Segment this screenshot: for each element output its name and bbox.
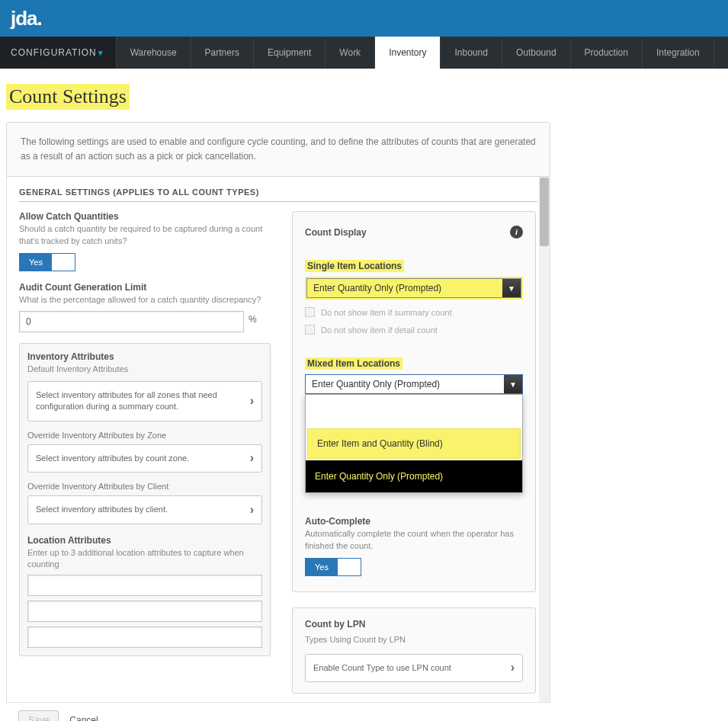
dropdown-option-blank[interactable] <box>306 395 522 427</box>
inv-attr-default-nav[interactable]: Select inventory attributes for all zone… <box>27 381 262 421</box>
tab-integration[interactable]: Integration <box>643 37 714 69</box>
catch-title: Allow Catch Quantities <box>19 211 271 222</box>
cb-summary-row[interactable]: Do not show item if summary count <box>305 307 523 317</box>
cb-detail-row[interactable]: Do not show item if detail count <box>305 325 523 335</box>
page-content: Count Settings The following settings ar… <box>0 69 556 721</box>
lpn-nav[interactable]: Enable Count Type to use LPN count › <box>305 654 523 682</box>
tab-inbound[interactable]: Inbound <box>441 37 502 69</box>
loc-attr-title: Location Attributes <box>27 535 262 546</box>
override-client-text: Select inventory attributes by client. <box>36 505 168 514</box>
tab-inventory[interactable]: Inventory <box>375 37 441 69</box>
count-display-card: Count Display i Single Item Locations En… <box>292 211 536 592</box>
field-allow-catch: Allow Catch Quantities Should a catch qu… <box>19 211 271 271</box>
mixed-item-value: Enter Quantity Only (Prompted) <box>306 375 504 393</box>
mixed-item-dropdown[interactable]: Enter Quantity Only (Prompted) ▼ Enter I… <box>305 374 523 394</box>
toggle-off <box>338 559 361 575</box>
override-client-label: Override Inventory Attributes by Client <box>27 482 262 491</box>
dropdown-option-prompted[interactable]: Enter Quantity Only (Prompted) <box>306 460 522 492</box>
auto-complete-toggle[interactable]: Yes <box>305 558 361 576</box>
field-audit-limit: Audit Count Generation Limit What is the… <box>19 282 271 332</box>
scrollbar[interactable] <box>539 177 550 702</box>
save-button[interactable]: Save <box>18 710 59 721</box>
count-by-lpn-card: Count by LPN Types Using Count by LPN En… <box>292 607 536 694</box>
inv-attr-title: Inventory Attributes <box>27 351 262 362</box>
checkbox-icon <box>305 307 315 317</box>
configuration-label: CONFIGURATION <box>11 47 97 58</box>
configuration-menu[interactable]: CONFIGURATION ▼ <box>0 37 117 69</box>
tab-outbound[interactable]: Outbound <box>502 37 571 69</box>
chevron-right-icon: › <box>250 450 254 466</box>
inv-attr-nav-text: Select inventory attributes for all zone… <box>36 390 217 411</box>
tab-partners[interactable]: Partners <box>191 37 254 69</box>
override-zone-nav[interactable]: Select inventory attributes by count zon… <box>27 444 262 473</box>
single-item-dropdown[interactable]: Enter Quantity Only (Prompted) ▼ <box>305 277 523 300</box>
auto-complete-title: Auto-Complete <box>305 516 523 527</box>
lpn-title: Count by LPN <box>305 619 523 630</box>
toggle-yes: Yes <box>20 254 52 271</box>
footer-buttons: Save Cancel <box>6 703 550 721</box>
loc-attr-input-2[interactable] <box>27 601 262 622</box>
override-client-nav[interactable]: Select inventory attributes by client. › <box>27 495 262 524</box>
inventory-attributes-panel: Inventory Attributes Default Inventory A… <box>19 343 271 657</box>
override-zone-label: Override Inventory Attributes by Zone <box>27 431 262 440</box>
dropdown-option-blind[interactable]: Enter Item and Quantity (Blind) <box>307 428 521 459</box>
count-display-title: Count Display <box>305 227 367 238</box>
dropdown-arrow-icon: ▼ <box>97 49 105 57</box>
toggle-off <box>52 254 75 271</box>
tab-work[interactable]: Work <box>326 37 375 69</box>
toggle-yes: Yes <box>306 559 338 575</box>
page-title: Count Settings <box>6 84 130 110</box>
chevron-right-icon: › <box>511 659 515 676</box>
cb-detail-label: Do not show item if detail count <box>321 325 438 335</box>
top-banner: jda. <box>0 0 728 37</box>
lpn-nav-text: Enable Count Type to use LPN count <box>313 663 451 672</box>
tab-equipment[interactable]: Equipment <box>254 37 326 69</box>
auto-complete-hint: Automatically complete the count when th… <box>305 528 523 552</box>
tab-production[interactable]: Production <box>571 37 643 69</box>
dropdown-arrow-icon: ▼ <box>502 279 521 297</box>
settings-scroll-area: GENERAL SETTINGS (APPLIES TO ALL COUNT T… <box>6 177 550 703</box>
info-icon[interactable]: i <box>510 226 523 239</box>
percent-label: % <box>249 314 257 325</box>
cb-summary-label: Do not show item if summary count <box>321 308 452 317</box>
section-general-header: GENERAL SETTINGS (APPLIES TO ALL COUNT T… <box>19 187 537 202</box>
loc-attr-hint: Enter up to 3 additional location attrib… <box>27 547 262 571</box>
mixed-item-label: Mixed Item Locations <box>305 357 402 370</box>
audit-input[interactable] <box>19 311 244 332</box>
single-item-value: Enter Quantity Only (Prompted) <box>307 279 502 297</box>
nav-bar: CONFIGURATION ▼ Warehouse Partners Equip… <box>0 37 728 69</box>
loc-attr-input-3[interactable] <box>27 626 262 648</box>
right-column: Count Display i Single Item Locations En… <box>292 211 536 694</box>
dropdown-arrow-icon: ▼ <box>504 375 522 393</box>
nav-tabs: Warehouse Partners Equipment Work Invent… <box>117 37 728 69</box>
scrollbar-thumb[interactable] <box>540 178 549 246</box>
tab-warehouse[interactable]: Warehouse <box>117 37 191 69</box>
loc-attr-input-1[interactable] <box>27 575 262 596</box>
override-zone-text: Select inventory attributes by count zon… <box>36 453 189 463</box>
inv-attr-sub: Default Inventory Attributes <box>27 364 262 375</box>
chevron-right-icon: › <box>250 393 254 409</box>
audit-title: Audit Count Generation Limit <box>19 282 271 293</box>
catch-toggle[interactable]: Yes <box>19 253 75 271</box>
catch-hint: Should a catch quantity be required to b… <box>19 223 271 247</box>
mixed-item-dropdown-list: Enter Item and Quantity (Blind) Enter Qu… <box>305 394 523 493</box>
logo: jda. <box>11 7 42 30</box>
chevron-right-icon: › <box>250 501 254 518</box>
left-column: Allow Catch Quantities Should a catch qu… <box>19 211 271 694</box>
audit-hint: What is the percentage allowed for a cat… <box>19 294 271 306</box>
tab-advanced[interactable]: Advanced <box>714 37 728 69</box>
page-description: The following settings are used to enabl… <box>6 122 550 177</box>
single-item-label: Single Item Locations <box>305 260 404 272</box>
lpn-sub: Types Using Count by LPN <box>305 634 523 646</box>
cancel-button[interactable]: Cancel <box>69 715 98 721</box>
checkbox-icon <box>305 325 315 335</box>
